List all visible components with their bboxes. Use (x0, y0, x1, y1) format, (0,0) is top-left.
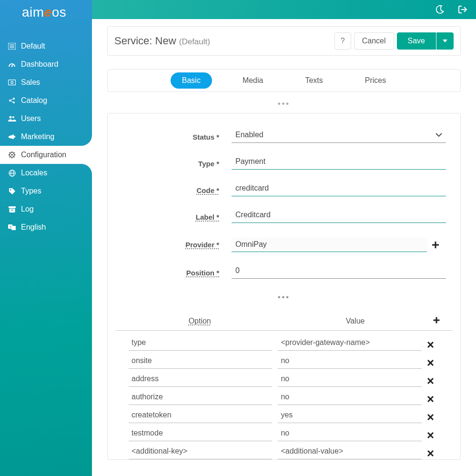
form-card: Status * Enabled Type * Payment Code * c… (107, 113, 461, 460)
topbar (92, 0, 476, 19)
sidebar-item-types[interactable]: Types (0, 182, 92, 200)
save-dropdown-button[interactable] (436, 32, 454, 50)
sidebar-item-configuration[interactable]: Configuration (0, 146, 92, 164)
sidebar-item-label: Catalog (21, 96, 47, 105)
option-value-field[interactable]: no (278, 375, 421, 387)
delete-option-button[interactable] (427, 342, 439, 348)
add-option-button[interactable] (433, 317, 446, 325)
option-value-field[interactable]: yes (278, 411, 421, 423)
option-row: <additional-key><additional-value> (122, 441, 446, 459)
sidebar-item-label: Default (21, 42, 45, 51)
delete-option-button[interactable] (427, 414, 439, 420)
option-key-field[interactable]: createtoken (129, 411, 272, 423)
delete-option-button[interactable] (427, 360, 439, 366)
provider-field[interactable]: OmniPay (232, 237, 427, 252)
brand-logo: aimeos (0, 0, 92, 23)
row-status: Status * Enabled (122, 131, 446, 143)
tab-prices[interactable]: Prices (354, 72, 397, 89)
label-label: Label * (122, 213, 232, 221)
tab-texts[interactable]: Texts (294, 72, 334, 89)
sidebar-item-log[interactable]: Log (0, 200, 92, 218)
option-row: addressno (122, 369, 446, 387)
share-icon (8, 96, 16, 105)
sidebar-item-marketing[interactable]: Marketing (0, 128, 92, 146)
delete-option-button[interactable] (427, 378, 439, 384)
option-value-field[interactable]: <additional-value> (278, 447, 421, 459)
svg-rect-40 (433, 320, 439, 321)
provider-label: Provider * (122, 241, 232, 249)
option-key-field[interactable]: type (129, 338, 272, 351)
code-field[interactable]: creditcard (232, 184, 446, 196)
options-header-option: Option (122, 317, 277, 325)
label-field[interactable]: Creditcard (232, 211, 446, 223)
section-expand-icon[interactable]: ••• (107, 100, 461, 108)
svg-point-29 (10, 189, 11, 191)
sidebar-nav: Default Dashboard Sales Catalog Users Ma… (0, 37, 92, 236)
option-value-field[interactable]: no (278, 429, 421, 441)
sidebar-item-language[interactable]: A English (0, 218, 92, 236)
svg-line-25 (14, 152, 15, 153)
option-key-field[interactable]: onsite (129, 356, 272, 369)
option-key-field[interactable]: <additional-key> (129, 447, 272, 459)
cancel-button[interactable]: Cancel (354, 32, 394, 50)
svg-point-13 (10, 116, 12, 119)
type-field[interactable]: Payment (232, 157, 446, 170)
sidebar-item-sales[interactable]: Sales (0, 73, 92, 91)
svg-line-5 (12, 64, 13, 66)
svg-line-22 (10, 152, 10, 153)
status-field[interactable]: Enabled (232, 131, 446, 143)
archive-icon (8, 205, 16, 213)
svg-rect-6 (9, 80, 16, 85)
money-icon (8, 78, 16, 87)
tab-basic[interactable]: Basic (171, 72, 212, 89)
svg-point-10 (13, 101, 15, 103)
header-actions: ? Cancel Save (334, 32, 454, 50)
delete-option-button[interactable] (427, 432, 439, 438)
option-value-field[interactable]: no (278, 393, 421, 405)
sidebar-item-label: Locales (21, 169, 47, 177)
type-label: Type * (122, 160, 232, 168)
logout-icon[interactable] (458, 5, 467, 14)
sidebar-item-label: Log (21, 205, 34, 213)
sidebar-item-default[interactable]: Default (0, 37, 92, 55)
option-value-field[interactable]: no (278, 356, 421, 369)
delete-option-button[interactable] (427, 450, 439, 456)
sidebar-item-locales[interactable]: Locales (0, 164, 92, 182)
page-title: Service: New (Default) (114, 35, 210, 47)
sidebar-item-dashboard[interactable]: Dashboard (0, 55, 92, 73)
option-value-field[interactable]: <provider-gateway-name> (278, 338, 421, 351)
globe-icon (8, 169, 16, 177)
svg-rect-31 (9, 209, 15, 213)
svg-rect-30 (9, 206, 16, 208)
section-expand-icon[interactable]: ••• (122, 293, 446, 302)
option-row: type<provider-gateway-name> (122, 333, 446, 351)
delete-option-button[interactable] (427, 396, 439, 402)
option-key-field[interactable]: testmode (129, 429, 272, 441)
page-header: Service: New (Default) ? Cancel Save (107, 26, 461, 56)
sidebar-item-users[interactable]: Users (0, 110, 92, 128)
option-row: onsiteno (122, 351, 446, 369)
sidebar-item-label: Marketing (21, 132, 54, 141)
sidebar-item-catalog[interactable]: Catalog (0, 91, 92, 110)
svg-rect-38 (432, 244, 439, 245)
tag-icon (8, 187, 16, 195)
save-button[interactable]: Save (397, 32, 436, 50)
gear-icon (8, 151, 16, 159)
code-label: Code * (122, 186, 232, 194)
svg-rect-15 (14, 136, 15, 138)
svg-point-9 (13, 98, 15, 100)
gauge-icon (8, 60, 16, 69)
option-key-field[interactable]: authorize (129, 393, 272, 405)
position-field[interactable]: 0 (232, 266, 446, 279)
help-button[interactable]: ? (334, 32, 351, 50)
dark-mode-icon[interactable] (435, 5, 445, 14)
add-provider-button[interactable] (432, 241, 446, 249)
list-icon (8, 42, 16, 51)
option-row: authorizeno (122, 387, 446, 405)
tab-media[interactable]: Media (231, 72, 275, 89)
option-key-field[interactable]: address (129, 375, 272, 387)
svg-line-24 (10, 157, 10, 158)
sidebar-item-label: Dashboard (21, 60, 58, 69)
option-row: testmodeno (122, 423, 446, 441)
row-position: Position * 0 (122, 266, 446, 279)
